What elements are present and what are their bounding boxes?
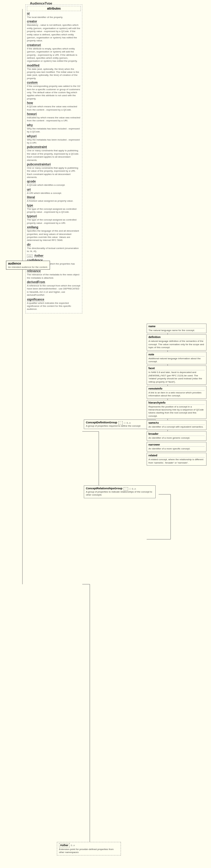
attr-xmllang-desc: Specifies the language of this and all d…	[27, 229, 81, 242]
attr-how-name: how	[27, 101, 33, 105]
attr-xmllang-name: xmllang	[27, 226, 38, 229]
extension-cardinality: 0..n	[71, 844, 75, 847]
attr-pubconstraint: pubconstraint One or many constraints th…	[27, 145, 81, 162]
attr-how: how A QCode which means the value was ex…	[27, 101, 81, 112]
attr-type: type The type of the concept assigned as…	[27, 204, 81, 214]
attr-typeuri-name: typeuri	[27, 215, 37, 218]
concept-related-desc: A related concept, where the relationshi…	[148, 458, 205, 464]
concept-note-desc: Additional natural language information …	[148, 357, 205, 364]
attr-whyuri-desc: Why the metadata has been included - exp…	[27, 138, 81, 145]
attr-derivedfrom-name: derivedFrom	[27, 280, 45, 284]
attr-why-desc: Why the metadata has been included - exp…	[27, 127, 81, 134]
attr-why: why Why the metadata has been included -…	[27, 123, 81, 134]
concept-relationships-group-box: ConceptRelationshipsGroup ··· □ 0..n A g…	[84, 485, 155, 498]
attr-id-name: id	[27, 12, 30, 16]
audience-box: audience An intended audience for the co…	[6, 261, 50, 270]
concept-broader-desc: An identifier of a more generic concept.	[148, 437, 205, 439]
attr-other-name: #other	[34, 254, 44, 258]
crg-nesting-icon: □	[129, 488, 131, 490]
crg-dots: ···	[124, 487, 128, 491]
attr-custom-desc: If the corresponding property was added …	[27, 85, 81, 100]
concept-related-box: related A related concept, where the rel…	[147, 453, 207, 466]
attr-whyuri-name: whyuri	[27, 134, 37, 138]
attr-custom-name: custom	[27, 81, 38, 85]
audience-label: audience	[8, 262, 21, 265]
concept-remoteinfo-box: remoteInfo A link to an item in a web re…	[147, 386, 207, 399]
attr-id-desc: The local identifier of the property.	[27, 16, 81, 19]
cdg-cardinality: ···	[118, 421, 123, 425]
concept-facet-desc: In N4M 0.8 and later, facet is deprecate…	[148, 371, 205, 383]
attr-how-desc: A QCode which means the value was extrac…	[27, 105, 81, 112]
attr-creatoruri: creatoruri If the attribute is empty, sp…	[27, 43, 81, 63]
concept-hierarchyinfo-title: hierarchyInfo	[148, 401, 205, 405]
attr-whyuri: whyuri Why the metadata has been include…	[27, 134, 81, 145]
concept-name-title: name	[148, 325, 205, 329]
attr-derivedfrom-desc: A reference to the concept from which th…	[27, 284, 81, 297]
concept-definition-title: definition	[148, 336, 205, 339]
concept-facet-title: facet	[148, 367, 205, 370]
attr-qcode: qcode A QCode which identifies a concept…	[27, 180, 81, 187]
concept-hierarchyinfo-box: hierarchyInfo Represents the position of…	[147, 400, 207, 419]
attr-uri: uri A URI which identifies a concept.	[27, 188, 81, 195]
attr-modified: modified The date (and, optionally, the …	[27, 64, 81, 80]
diagram-container: AudienceType attributes id The local ide…	[0, 0, 211, 868]
attr-uri-desc: A URI which identifies a concept.	[27, 192, 81, 195]
extension-title: #other	[59, 843, 70, 847]
attr-xmllang: xmllang Specifies the language of this a…	[27, 226, 81, 242]
attr-dir-desc: The directionality of textual content (e…	[27, 247, 81, 253]
concept-definition-group-desc: A group of properties required to define…	[86, 425, 153, 428]
attr-uri-name: uri	[27, 188, 31, 191]
attr-literal-desc: A freetext value assigned as property va…	[27, 199, 81, 203]
attr-qcode-desc: A QCode which identifies a concept.	[27, 184, 81, 187]
attr-pubconstraint-desc: One or many constraints that apply to pu…	[27, 149, 81, 162]
attr-qcode-name: qcode	[27, 180, 36, 183]
attr-creatoruri-name: creatoruri	[27, 43, 41, 47]
concept-sameas-title: sameAs	[148, 421, 205, 425]
attr-derivedfrom: derivedFrom A reference to the concept f…	[27, 280, 81, 297]
attr-literal-name: literal	[27, 196, 35, 199]
concept-remoteinfo-desc: A link to an item in a web resource whic…	[148, 391, 205, 398]
concept-note-title: note	[148, 353, 205, 356]
attr-howuri-desc: indicated by which means the value was e…	[27, 116, 81, 123]
attr-significance-desc: A qualifier which indicates the expected…	[27, 302, 81, 311]
attr-creator: creator Mandatory - value is not defined…	[27, 20, 81, 42]
cdg-nesting-icon: □	[124, 422, 126, 424]
attributes-title: attributes	[27, 6, 81, 11]
concept-definition-group-box: ConceptDefinitionGroup ··· □ 0..n A grou…	[84, 420, 155, 429]
concept-related-title: related	[148, 454, 205, 458]
concept-narrower-desc: An identifier of a more specific concept…	[148, 447, 205, 450]
attr-modified-name: modified	[27, 64, 39, 67]
concept-hierarchyinfo-desc: Represents the position of a concept in …	[148, 405, 205, 418]
concept-sameas-box: sameAs An identifier of a concept with e…	[147, 420, 207, 430]
attr-modified-desc: The date (and, optionally, the time) whe…	[27, 68, 81, 80]
attr-relevance-name: relevance	[27, 269, 41, 273]
attr-pubconstraint-name: pubconstraint	[27, 145, 47, 149]
attr-pubconstrainturi: pubconstrainturi One or many constraints…	[27, 163, 81, 179]
attr-why-name: why	[27, 123, 33, 127]
attr-significance: significance A qualifier which indicates…	[27, 298, 81, 311]
concept-relationships-group-title: ConceptRelationshipsGroup	[86, 487, 122, 490]
attr-relevance-desc: The relevance of the metadata to the new…	[27, 273, 81, 280]
attr-typeuri-desc: The type of the concept assigned as cont…	[27, 218, 81, 225]
concept-definition-desc: A natural language definition of the sem…	[148, 340, 205, 349]
attr-custom: custom If the corresponding property was…	[27, 81, 81, 100]
attr-type-name: type	[27, 204, 33, 207]
crg-count: 0..n	[132, 488, 136, 490]
attr-typeuri: typeuri The type of the concept assigned…	[27, 215, 81, 225]
attr-significance-name: significance	[27, 298, 44, 302]
concept-remoteinfo-title: remoteInfo	[148, 387, 205, 391]
concept-relationships-group-desc: A group of properties to indicate relati…	[86, 491, 153, 497]
concept-name-box: name The natural language name for the c…	[147, 323, 207, 333]
attr-howuri-name: howuri	[27, 112, 37, 116]
concept-broader-box: broader An identifier of a more generic …	[147, 431, 207, 441]
attr-literal: literal A freetext value assigned as pro…	[27, 196, 81, 203]
attr-pubconstrainturi-desc: One or many constraints that apply to pu…	[27, 166, 81, 179]
concept-sameas-desc: An identifier of a concept with equivale…	[148, 426, 205, 429]
attr-other: use #other	[27, 254, 81, 258]
attr-type-desc: The type of the concept assigned as cont…	[27, 208, 81, 214]
concept-definition-box: definition A natural language definition…	[147, 334, 207, 350]
attr-id: id The local identifier of the property.	[27, 12, 81, 19]
attr-creator-name: creator	[27, 20, 37, 23]
cdg-count: 0..n	[127, 422, 131, 424]
extension-desc: Extension point for provider-defined pro…	[59, 848, 119, 854]
